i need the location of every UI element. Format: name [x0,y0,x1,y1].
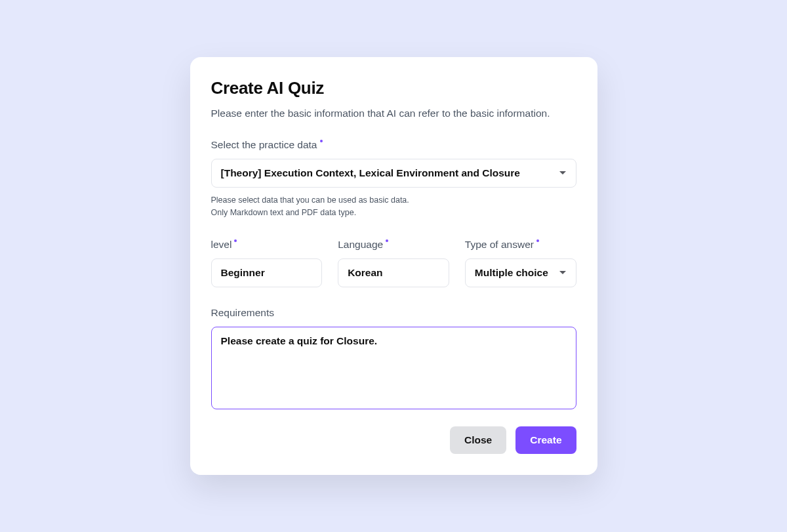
requirements-label: Requirements [211,307,275,319]
level-value: Beginner [221,267,313,279]
answer-type-field: Type of answer Multiple choice [465,239,576,287]
practice-data-helper: Please select data that you can be used … [211,194,576,220]
practice-data-value: [Theory] Execution Context, Lexical Envi… [221,167,559,179]
modal-actions: Close Create [211,426,576,454]
language-value: Korean [348,267,439,279]
helper-line-2: Only Markdown text and PDF data type. [211,207,576,219]
requirements-textarea[interactable] [211,327,576,409]
create-ai-quiz-modal: Create AI Quiz Please enter the basic in… [190,57,597,476]
language-select[interactable]: Korean [338,258,449,287]
caret-down-icon [559,171,567,176]
practice-data-field: Select the practice data [Theory] Execut… [211,139,576,220]
level-field: level Beginner [211,239,323,287]
level-label: level [211,239,232,251]
language-label: Language [338,239,383,251]
modal-subtitle: Please enter the basic information that … [211,108,576,119]
practice-data-select[interactable]: [Theory] Execution Context, Lexical Envi… [211,159,576,188]
practice-data-label: Select the practice data [211,139,317,151]
answer-type-select[interactable]: Multiple choice [465,258,576,287]
close-button[interactable]: Close [450,426,506,454]
create-button[interactable]: Create [515,426,576,454]
caret-down-icon [559,270,567,276]
level-select[interactable]: Beginner [211,258,323,287]
helper-line-1: Please select data that you can be used … [211,194,576,207]
requirements-field: Requirements [211,307,576,412]
modal-title: Create AI Quiz [211,78,576,98]
answer-type-value: Multiple choice [475,267,559,279]
language-field: Language Korean [338,239,449,287]
answer-type-label: Type of answer [465,239,534,251]
